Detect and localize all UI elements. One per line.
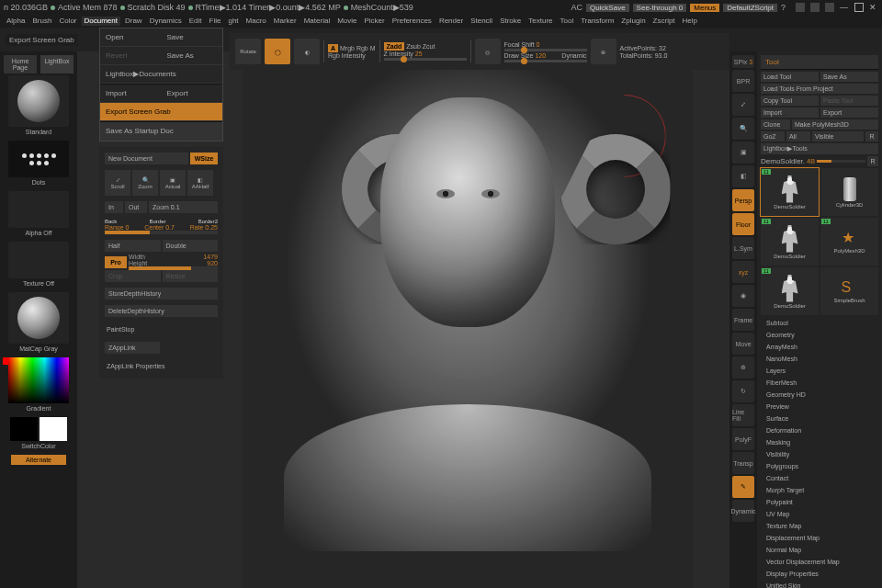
center-slider[interactable]: Center 0.7	[144, 224, 175, 231]
zsub-toggle[interactable]: Zsub	[406, 43, 421, 50]
section-texturemap[interactable]: Texture Map	[761, 520, 878, 532]
newdoc-button[interactable]: New Document	[105, 153, 188, 164]
focal-slider[interactable]	[504, 49, 587, 51]
maximize-icon[interactable]	[854, 3, 864, 12]
rotate-icon[interactable]: ↻	[732, 380, 754, 402]
floor-icon[interactable]: Floor	[732, 213, 754, 235]
spix-slider[interactable]: SPix 3	[732, 55, 754, 68]
menu-macro[interactable]: Macro	[243, 17, 269, 26]
menu-color[interactable]: Color	[56, 17, 79, 26]
menu-material[interactable]: Material	[301, 17, 333, 26]
frame-icon[interactable]: Frame	[732, 309, 754, 331]
zintensity-slider[interactable]	[384, 58, 467, 61]
menus-button[interactable]: Menus	[690, 4, 719, 12]
section-polygroups[interactable]: Polygroups	[761, 460, 878, 472]
section-geometry[interactable]: Geometry	[761, 329, 878, 341]
paint-icon[interactable]: ✎	[732, 476, 754, 498]
delete-depth-button[interactable]: DeleteDepthHistory	[105, 305, 218, 317]
copytool-button[interactable]: Copy Tool	[761, 96, 819, 106]
menu-movie[interactable]: Movie	[334, 17, 359, 26]
zoom2-icon[interactable]: ⊕	[732, 356, 754, 379]
drawsize-slider[interactable]	[504, 60, 587, 62]
swatch-white[interactable]	[40, 417, 67, 441]
layout2-icon[interactable]	[810, 3, 820, 12]
menu-brush[interactable]: Brush	[29, 17, 54, 26]
tool-r-button[interactable]: R	[867, 156, 878, 166]
menu-light[interactable]: ght	[225, 17, 241, 26]
thumb-demosoldier-2[interactable]: 11DemoSoldier	[761, 218, 819, 266]
bpr-button[interactable]: BPR	[732, 70, 754, 92]
section-fibermesh[interactable]: FiberMesh	[761, 377, 878, 389]
rgb-swatch-icon[interactable]: ◐	[294, 39, 320, 64]
thumb-polymesh[interactable]: 11★PolyMesh3D	[820, 218, 878, 266]
polyf-icon[interactable]: PolyF	[732, 428, 754, 450]
quicksave-button[interactable]: QuickSave	[586, 4, 629, 12]
lsym-icon[interactable]: L.Sym	[732, 237, 754, 259]
thumb-cylinder[interactable]: Cylinder3D	[820, 168, 878, 216]
section-uvmap[interactable]: UV Map	[761, 508, 878, 520]
dynamic-icon[interactable]: Dynamic	[732, 500, 754, 522]
section-vectordisp[interactable]: Vector Displacement Map	[761, 556, 878, 568]
section-normalmap[interactable]: Normal Map	[761, 544, 878, 556]
goz-button[interactable]: GoZ	[761, 131, 785, 141]
section-unifiedskin[interactable]: Unified Skin	[761, 580, 878, 588]
move-icon[interactable]: Move	[732, 333, 754, 355]
persp-icon[interactable]: Persp	[732, 189, 754, 211]
load-tool-button[interactable]: Load Tool	[761, 72, 819, 82]
export-tool-button[interactable]: Export	[820, 107, 878, 118]
zadd-toggle[interactable]: Zadd	[384, 42, 405, 51]
lightbox-tab[interactable]: LightBox	[40, 55, 74, 74]
docmenu-import[interactable]: Import	[100, 85, 162, 102]
menu-render[interactable]: Render	[436, 17, 466, 26]
actual-icon[interactable]: ▣	[732, 141, 754, 164]
brush-tile[interactable]	[8, 75, 69, 127]
section-subtool[interactable]: Subtool	[761, 317, 878, 329]
goz-r-button[interactable]: R	[865, 131, 878, 141]
layout3-icon[interactable]	[825, 3, 834, 12]
alpha-tile[interactable]	[8, 191, 69, 228]
thumb-simplebrush[interactable]: SSimpleBrush	[820, 267, 878, 315]
material-tile[interactable]	[8, 292, 69, 344]
section-displacementmap[interactable]: Displacement Map	[761, 532, 878, 544]
height-value[interactable]: 920	[207, 260, 218, 266]
docmenu-export[interactable]: Export	[162, 85, 223, 102]
layout1-icon[interactable]	[796, 3, 805, 12]
zoom-icon[interactable]: 🔍	[732, 118, 754, 140]
section-deformation[interactable]: Deformation	[761, 424, 878, 436]
scroll-icon[interactable]: ⤢	[732, 94, 754, 116]
goz-visible-button[interactable]: Visible	[812, 131, 864, 141]
clone-button[interactable]: Clone	[761, 119, 790, 130]
range-slider[interactable]: Range 0	[105, 224, 129, 231]
saveas-tool-button[interactable]: Save As	[820, 72, 878, 82]
pro-button[interactable]: Pro	[105, 256, 127, 268]
zoom-value[interactable]: Zoom 0.1	[149, 201, 218, 213]
switchcolor-label[interactable]: SwitchColor	[21, 443, 55, 453]
tool-slider[interactable]	[817, 160, 865, 163]
section-preview[interactable]: Preview	[761, 401, 878, 413]
menu-zscript[interactable]: Zscript	[650, 17, 678, 26]
section-surface[interactable]: Surface	[761, 413, 878, 424]
home-tab[interactable]: Home Page	[4, 55, 37, 74]
zcut-toggle[interactable]: Zcut	[423, 43, 435, 50]
rate-slider[interactable]: Rate 0.25	[190, 224, 218, 231]
make-polymesh-button[interactable]: Make PolyMesh3D	[792, 119, 878, 130]
a-toggle[interactable]: A	[328, 44, 338, 52]
tool-panel-title[interactable]: Tool	[761, 55, 878, 70]
menu-marker[interactable]: Marker	[271, 17, 300, 26]
menu-texture[interactable]: Texture	[526, 17, 555, 26]
menu-transform[interactable]: Transform	[578, 17, 616, 26]
zoom-in-button[interactable]: In	[105, 201, 123, 213]
menu-dynamics[interactable]: Dynamics	[147, 17, 185, 26]
docmenu-save-startup[interactable]: Save As Startup Doc	[100, 122, 222, 140]
menu-tool[interactable]: Tool	[558, 17, 577, 26]
menu-stroke[interactable]: Stroke	[497, 17, 524, 26]
texture-tile[interactable]	[8, 242, 69, 278]
section-contact[interactable]: Contact	[761, 472, 878, 484]
goz-all-button[interactable]: All	[786, 131, 810, 141]
focal-icon[interactable]: ◎	[475, 39, 501, 64]
rotate-icon[interactable]: Rotate	[235, 39, 261, 64]
section-morphtarget[interactable]: Morph Target	[761, 484, 878, 496]
stroke-tile[interactable]	[8, 141, 69, 177]
help-icon[interactable]: ?	[781, 3, 790, 12]
menu-help[interactable]: Help	[680, 17, 700, 26]
